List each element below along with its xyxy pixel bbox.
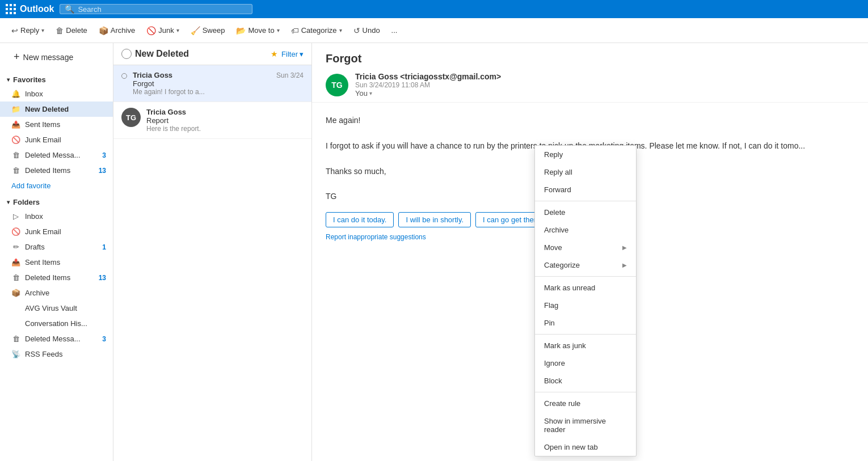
- junk-button[interactable]: 🚫 Junk ▾: [142, 24, 183, 37]
- folders-header[interactable]: ▾ Folders: [0, 193, 113, 209]
- context-menu-pin[interactable]: Pin: [535, 314, 636, 332]
- mail-item[interactable]: Tricia Goss Sun 3/24 Forgot Me again! I …: [113, 65, 311, 102]
- folders-chevron: ▾: [7, 199, 10, 205]
- deleted-messa-fav-icon: 🗑: [11, 151, 20, 159]
- sidebar-item-sent-fav[interactable]: 📤 Sent Items: [0, 117, 113, 132]
- junk-icon: 🚫: [146, 26, 156, 35]
- mail-subject: Report: [146, 116, 304, 125]
- junk-chevron[interactable]: ▾: [176, 27, 179, 33]
- mail-subject: Forgot: [133, 79, 304, 88]
- email-sender-info: Tricia Goss <triciagosstx@gmail.com> Sun…: [355, 72, 854, 98]
- sidebar-item-inbox-f[interactable]: ▷ Inbox: [0, 209, 113, 224]
- context-menu-immersive[interactable]: Show in immersive reader: [535, 412, 636, 438]
- undo-icon: ↺: [353, 26, 360, 35]
- undo-button[interactable]: ↺ Undo: [349, 24, 385, 37]
- quick-reply-1[interactable]: I can do it today.: [326, 212, 394, 227]
- search-bar[interactable]: 🔍: [60, 4, 252, 14]
- context-menu-archive[interactable]: Archive: [535, 221, 636, 239]
- archive-button[interactable]: 📦 Archive: [94, 24, 140, 37]
- context-menu-reply[interactable]: Reply: [535, 146, 636, 163]
- context-menu-divider2: [535, 276, 636, 277]
- drafts-f-icon: ✏: [11, 243, 20, 251]
- context-menu-reply-all[interactable]: Reply all: [535, 163, 636, 181]
- mail-list: New Deleted ★ Filter ▾ Tricia Goss Sun 3…: [113, 43, 312, 461]
- sidebar-item-rss[interactable]: 📡 RSS Feeds: [0, 346, 113, 362]
- mail-item-content: Tricia Goss Sun 3/24 Forgot Me again! I …: [133, 71, 304, 96]
- sweep-button[interactable]: 🧹 Sweep: [186, 24, 230, 37]
- to-chevron[interactable]: ▾: [369, 90, 372, 96]
- sidebar-item-deleted-items-fav[interactable]: 🗑 Deleted Items 13: [0, 163, 113, 178]
- email-datetime: Sun 3/24/2019 11:08 AM: [355, 81, 854, 89]
- categorize-button[interactable]: 🏷 Categorize ▾: [286, 24, 347, 37]
- move-to-button[interactable]: 📂 Move to ▾: [231, 24, 284, 37]
- context-menu-categorize[interactable]: Categorize ▶: [535, 256, 636, 274]
- more-button[interactable]: ...: [387, 24, 402, 37]
- sent-f-icon: 📤: [11, 258, 20, 267]
- delete-button[interactable]: 🗑 Delete: [51, 24, 92, 37]
- mail-item[interactable]: TG Tricia Goss Report Here is the report…: [113, 102, 311, 139]
- categorize-chevron[interactable]: ▾: [339, 27, 342, 33]
- junk-fav-icon: 🚫: [11, 136, 20, 144]
- context-menu-create-rule[interactable]: Create rule: [535, 395, 636, 412]
- moveto-chevron[interactable]: ▾: [277, 27, 280, 33]
- body-line1: Me again!: [326, 114, 854, 126]
- sidebar-item-deleted-messa-fav[interactable]: 🗑 Deleted Messa... 3: [0, 147, 113, 163]
- filter-button[interactable]: Filter ▾: [281, 50, 304, 58]
- archive-f-icon: 📦: [11, 289, 20, 297]
- archive-icon: 📦: [99, 26, 108, 35]
- delete-icon: 🗑: [56, 26, 64, 35]
- context-menu-open-tab[interactable]: Open in new tab: [535, 438, 636, 456]
- categorize-icon: 🏷: [291, 26, 299, 35]
- sidebar-item-drafts-f[interactable]: ✏ Drafts 1: [0, 239, 113, 255]
- sent-fav-icon: 📤: [11, 120, 20, 129]
- sidebar-item-deleted-messa-f[interactable]: 🗑 Deleted Messa... 3: [0, 331, 113, 346]
- context-menu-mark-unread[interactable]: Mark as unread: [535, 279, 636, 297]
- context-menu-ignore[interactable]: Ignore: [535, 354, 636, 372]
- deleted-messa-f-icon: 🗑: [11, 335, 20, 343]
- reading-pane-header: Forgot TG Tricia Goss <triciagosstx@gmai…: [312, 43, 868, 103]
- add-favorite-button[interactable]: Add favorite: [0, 178, 113, 193]
- context-menu-divider4: [535, 392, 636, 392]
- context-menu-mark-junk[interactable]: Mark as junk: [535, 337, 636, 354]
- mail-date: Sun 3/24: [276, 71, 304, 79]
- context-menu-move[interactable]: Move ▶: [535, 239, 636, 256]
- reply-chevron[interactable]: ▾: [41, 27, 44, 33]
- sidebar-item-archive-f[interactable]: 📦 Archive: [0, 285, 113, 301]
- context-menu-block[interactable]: Block: [535, 372, 636, 390]
- filter-chevron: ▾: [300, 50, 304, 58]
- mail-preview: Here is the report.: [146, 125, 304, 133]
- top-bar: Outlook 🔍: [0, 0, 868, 18]
- sidebar-item-avg[interactable]: AVG Virus Vault: [0, 301, 113, 316]
- favorites-header[interactable]: ▾ Favorites: [0, 71, 113, 86]
- deleted-items-fav-icon: 🗑: [11, 166, 20, 175]
- sidebar-item-inbox[interactable]: 🔔 Inbox: [0, 86, 113, 101]
- quick-reply-2[interactable]: I will be in shortly.: [398, 212, 471, 227]
- categorize-arrow: ▶: [622, 262, 627, 268]
- unread-dot: [121, 73, 127, 79]
- sidebar-item-sent-f[interactable]: 📤 Sent Items: [0, 255, 113, 270]
- search-input[interactable]: [78, 5, 247, 14]
- app-name: Outlook: [20, 4, 54, 14]
- select-all-checkbox[interactable]: [121, 49, 132, 59]
- plus-icon: +: [14, 51, 20, 63]
- mail-sender: Tricia Goss: [146, 108, 186, 116]
- star-icon[interactable]: ★: [271, 49, 278, 58]
- reply-button[interactable]: ↩ Reply ▾: [7, 24, 49, 37]
- sidebar-item-new-deleted[interactable]: 📁 New Deleted: [0, 101, 113, 117]
- context-menu-flag[interactable]: Flag: [535, 297, 636, 314]
- new-message-button[interactable]: + New message: [7, 48, 80, 66]
- favorites-chevron: ▾: [7, 77, 10, 83]
- sidebar-item-junk-f[interactable]: 🚫 Junk Email: [0, 224, 113, 239]
- app-logo: Outlook: [6, 4, 54, 15]
- sidebar-item-deleted-f[interactable]: 🗑 Deleted Items 13: [0, 270, 113, 285]
- grid-icon: [6, 4, 16, 15]
- sidebar-item-junk-fav[interactable]: 🚫 Junk Email: [0, 132, 113, 147]
- context-menu-divider1: [535, 201, 636, 201]
- context-menu-forward[interactable]: Forward: [535, 181, 636, 198]
- folder-name: New Deleted: [135, 49, 267, 59]
- reading-pane: Forgot TG Tricia Goss <triciagosstx@gmai…: [312, 43, 868, 461]
- toolbar: ↩ Reply ▾ 🗑 Delete 📦 Archive 🚫 Junk ▾ 🧹 …: [0, 18, 868, 43]
- sidebar-item-conv-his[interactable]: Conversation His...: [0, 316, 113, 331]
- context-menu-delete[interactable]: Delete: [535, 204, 636, 221]
- avatar: TG: [121, 108, 141, 127]
